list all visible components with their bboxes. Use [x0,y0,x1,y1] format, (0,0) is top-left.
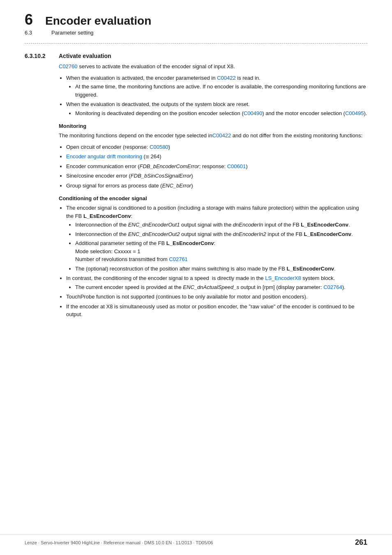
link-C00580[interactable]: C00580 [150,144,168,150]
monitoring-list: Open circuit of encoder (response: C0058… [66,143,367,190]
section-title: Activate evaluation [59,53,111,59]
section-heading: 6.3.10.2 Activate evaluation [25,53,367,59]
intro-para: C02760 serves to activate the evaluation… [59,62,367,71]
header: 6 Encoder evaluation 6.3 Parameter setti… [25,12,367,36]
divider [25,43,367,44]
list-item: Monitoring is deactivated depending on t… [75,109,367,118]
list-item: If the encoder at X8 is simultaneously u… [66,303,367,319]
list-item: When the evaluation is deactivated, the … [66,100,367,117]
main-bullet-list: When the evaluation is activated, the en… [66,74,367,118]
list-item: The encoder signal is conditioned to a p… [66,204,367,273]
section-number: 6.3.10.2 [25,53,51,59]
list-item: Open circuit of encoder (response: C0058… [66,143,367,151]
list-item: Additional parameter setting of the FB L… [75,239,367,264]
list-item: At the same time, the monitoring functio… [75,83,367,99]
list-item: Sine/cosine encoder error (FDB_bSinCosSi… [66,172,367,180]
sub-number: 6.3 [25,30,39,36]
list-item: Encoder angular drift monitoring (⊞ 264) [66,153,367,161]
chapter-number: 6 [25,12,33,27]
conditioning-list: The encoder signal is conditioned to a p… [66,204,367,319]
monitoring-intro: The monitoring functions depend on the e… [59,132,367,140]
footer-left: Lenze · Servo-Inverter 9400 HighLine · R… [25,540,213,545]
list-item: Interconnection of the ENC_dnEncoderOut2… [75,230,367,238]
conditioning-heading: Conditioning of the encoder signal [59,195,367,201]
sub-title: Parameter setting [51,30,94,36]
link-C00422-1[interactable]: C00422 [217,75,236,81]
list-item: The current encoder speed is provided at… [75,283,367,291]
link-C00490[interactable]: C00490 [244,110,263,116]
chapter-title: Encoder evaluation [45,15,151,27]
page-ref-icon: ⊞ [145,153,149,160]
list-item: Interconnection of the ENC_dnEncoderOut1… [75,221,367,229]
link-C00495[interactable]: C00495 [345,110,364,116]
list-item: Group signal for errors as process date … [66,182,367,190]
list-item: TouchProbe function is not supported (co… [66,293,367,301]
list-item: In contrast, the conditioning of the enc… [66,274,367,291]
link-C00422-2[interactable]: C00422 [212,132,231,139]
page-number: 261 [355,538,367,547]
list-item: The (optional) reconstruction of the pos… [75,265,367,273]
intro-block: C02760 serves to activate the evaluation… [59,62,367,319]
link-C00601[interactable]: C00601 [227,163,246,169]
footer: Lenze · Servo-Inverter 9400 HighLine · R… [0,534,392,547]
link-C02760[interactable]: C02760 [59,63,78,69]
monitoring-heading: Monitoring [59,123,367,129]
link-LS-EncoderX8[interactable]: LS_EncoderX8 [265,275,301,281]
list-item: Encoder communication error (FDB_bEncode… [66,162,367,171]
link-C02761[interactable]: C02761 [169,256,188,262]
list-item: When the evaluation is activated, the en… [66,74,367,99]
link-C02764[interactable]: C02764 [323,284,342,290]
link-angular-drift[interactable]: Encoder angular drift monitoring [66,153,142,160]
